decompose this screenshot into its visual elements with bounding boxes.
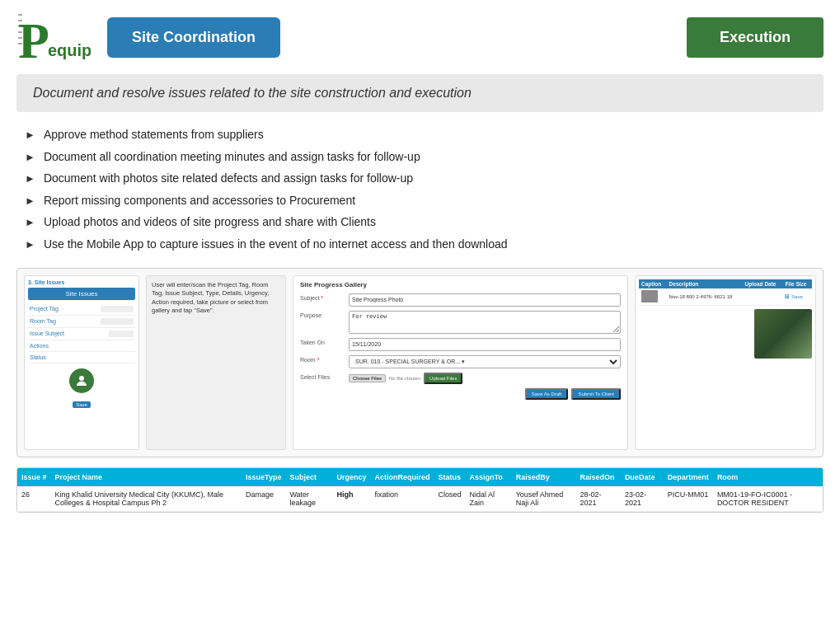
gallery-col-size: File Size — [782, 279, 812, 288]
logo: P equip — [16, 8, 91, 66]
col-action-required: ActionRequired — [370, 468, 434, 486]
left-panel-row: Room Tag — [28, 316, 135, 328]
col-issue-type: IssueType — [242, 468, 285, 486]
select-files-row: Select Files Choose Files No file chosen… — [300, 373, 621, 384]
col-room: Room — [713, 468, 823, 486]
file-upload-area: Choose Files No file chosen Upload Files — [349, 373, 462, 384]
cell-urgency: High — [332, 486, 370, 512]
col-subject: Subject — [285, 468, 332, 486]
subject-input[interactable] — [349, 293, 621, 307]
gallery-col-caption: Caption — [639, 279, 667, 288]
list-item: ► Approve method statements from supplie… — [25, 127, 815, 143]
list-item-text: Approve method statements from suppliers — [44, 127, 264, 143]
cell-raised-on: 28-02-2021 — [576, 486, 621, 512]
avatar — [69, 368, 94, 393]
purpose-label: Purpose — [300, 311, 345, 318]
cell-action-required: fixation — [370, 486, 434, 512]
bullet-arrow-icon: ► — [25, 194, 35, 209]
cell-room: MM01-19-FO-IC0001 - DOCTOR RESIDENT — [713, 486, 823, 512]
gallery-cell-desc: Nov-18 800 2-4976- 6621 18 — [667, 288, 743, 306]
col-raised-by: RaisedBy — [512, 468, 576, 486]
svg-text:equip: equip — [48, 41, 91, 59]
choose-files-button[interactable]: Choose Files — [349, 374, 386, 382]
issues-table-header-row: Issue # Project Name IssueType Subject U… — [17, 468, 823, 486]
form-actions: Save As Draft Submit To Client — [300, 388, 621, 400]
issues-table: Issue # Project Name IssueType Subject U… — [17, 468, 823, 512]
header: P equip Site Coordination Execution — [0, 0, 840, 74]
list-item: ► Use the Mobile App to capture issues i… — [25, 237, 815, 253]
left-panel-row: Actions — [28, 340, 135, 352]
left-panel-header: Site Issues — [28, 288, 135, 300]
svg-text:P: P — [18, 12, 49, 66]
execution-badge: Execution — [687, 17, 824, 58]
list-item: ► Upload photos and videos of site progr… — [25, 214, 815, 231]
subject-row: Subject * — [300, 293, 621, 307]
site-coordination-badge: Site Coordination — [107, 17, 280, 58]
left-panel-row: Status — [28, 352, 135, 363]
list-item: ► Document all coordination meeting minu… — [25, 149, 815, 166]
gallery-row: Nov-18 800 2-4976- 6621 18 🖫 Save — [639, 288, 812, 306]
list-item: ► Report missing components and accessor… — [25, 193, 815, 209]
gallery-col-desc: Description — [667, 279, 743, 288]
purpose-row: Purpose For review — [300, 311, 621, 334]
site-issues-panel: 3. Site Issues Site Issues Project Tag R… — [24, 275, 139, 450]
list-item-text: Use the Mobile App to capture issues in … — [44, 237, 508, 253]
list-item-text: Document all coordination meeting minute… — [44, 149, 420, 166]
gallery-cell-upload — [743, 288, 783, 306]
bullet-arrow-icon: ► — [25, 215, 35, 230]
section-label: 3. Site Issues — [28, 279, 135, 285]
taken-on-row: Taken On — [300, 338, 621, 351]
col-project-name: Project Name — [51, 468, 242, 486]
col-status: Status — [434, 468, 465, 486]
col-department: Department — [664, 468, 713, 486]
col-due-date: DueDate — [621, 468, 664, 486]
cell-assign-to: Nidal Al Zain — [465, 486, 511, 512]
cell-department: PICU-MM01 — [664, 486, 713, 512]
gallery-col-upload: Upload Date — [743, 279, 783, 288]
svg-point-8 — [79, 376, 84, 381]
bullet-arrow-icon: ► — [25, 150, 35, 165]
gallery-photo — [754, 309, 812, 359]
feature-list: ► Approve method statements from supplie… — [25, 127, 815, 253]
bullet-arrow-icon: ► — [25, 128, 35, 143]
col-urgency: Urgency — [332, 468, 370, 486]
left-panel-row: Issue Subject — [28, 328, 135, 340]
tagline-banner: Document and resolve issues related to t… — [16, 74, 824, 112]
table-row: 26 King Khalid University Medical City (… — [17, 486, 823, 512]
col-assign-to: AssignTo — [465, 468, 511, 486]
save-draft-button[interactable]: Save As Draft — [525, 388, 569, 400]
cell-raised-by: Yousef Ahmed Naji Ali — [512, 486, 576, 512]
save-link[interactable]: 🖫 Save — [785, 294, 802, 299]
cell-project-name: King Khalid University Medical City (KKU… — [51, 486, 242, 512]
screenshot-area: 3. Site Issues Site Issues Project Tag R… — [16, 268, 824, 457]
form-panel: Site Progress Gallery Subject * Purpose … — [293, 275, 628, 450]
submit-client-button[interactable]: Submit To Client — [571, 388, 621, 400]
upload-files-button[interactable]: Upload Files — [424, 373, 462, 384]
cell-issue-type: Damage — [242, 486, 285, 512]
list-item-text: Upload photos and videos of site progres… — [44, 214, 376, 231]
taken-on-label: Taken On — [300, 338, 345, 345]
bullet-arrow-icon: ► — [25, 237, 35, 252]
room-label: Room * — [300, 355, 345, 363]
gallery-table: Caption Description Upload Date File Siz… — [639, 279, 812, 306]
desc-text: User will enter/scan the Project Tag, Ro… — [152, 281, 269, 315]
cell-status: Closed — [434, 486, 465, 512]
col-issue-num: Issue # — [17, 468, 51, 486]
purpose-input[interactable]: For review — [349, 311, 621, 334]
taken-on-input[interactable] — [349, 338, 621, 351]
logo-area: P equip Site Coordination — [16, 8, 280, 66]
cell-subject: Water leakage — [285, 486, 332, 512]
description-box: User will enter/scan the Project Tag, Ro… — [146, 275, 286, 450]
bullet-arrow-icon: ► — [25, 171, 35, 186]
gallery-thumbnail — [641, 290, 658, 302]
select-files-label: Select Files — [300, 373, 345, 380]
cell-issue-num: 26 — [17, 486, 51, 512]
room-select[interactable]: SUR. 010 - SPECIAL SURGERY & OR... ▾ — [349, 355, 621, 368]
form-panel-title: Site Progress Gallery — [300, 281, 621, 288]
gallery-panel: Caption Description Upload Date File Siz… — [635, 275, 816, 450]
cell-due-date: 23-02-2021 — [621, 486, 664, 512]
col-raised-on: RaisedOn — [576, 468, 621, 486]
list-item: ► Document with photos site related defe… — [25, 171, 815, 187]
save-button[interactable]: Save — [73, 401, 91, 408]
gallery-cell-size: 🖫 Save — [782, 288, 812, 306]
